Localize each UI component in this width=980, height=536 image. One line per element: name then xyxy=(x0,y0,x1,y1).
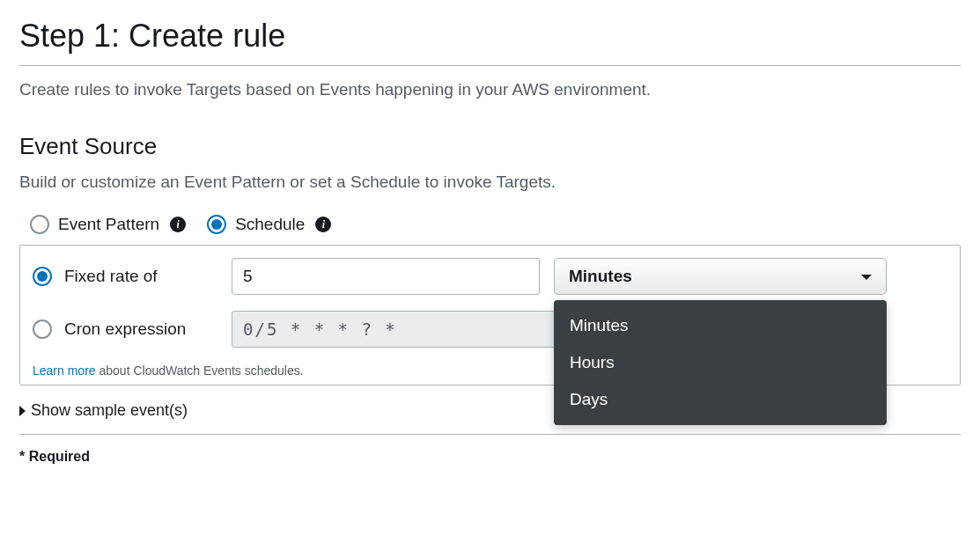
chevron-right-icon xyxy=(19,406,26,416)
learn-more-text: about CloudWatch Events schedules. xyxy=(96,363,304,378)
page-description: Create rules to invoke Targets based on … xyxy=(19,80,961,99)
unit-option-days[interactable]: Days xyxy=(554,381,887,418)
cron-option[interactable]: Cron expression xyxy=(33,319,217,339)
show-sample-events-label: Show sample event(s) xyxy=(31,401,188,420)
info-icon[interactable]: i xyxy=(170,217,186,232)
fixed-rate-label: Fixed rate of xyxy=(64,267,158,286)
radio-icon xyxy=(30,215,49,234)
fixed-rate-value-input[interactable] xyxy=(232,258,540,295)
fixed-rate-option[interactable]: Fixed rate of xyxy=(33,267,217,286)
separator xyxy=(19,434,961,435)
event-source-heading: Event Source xyxy=(19,133,961,160)
unit-option-hours[interactable]: Hours xyxy=(554,344,887,381)
schedule-config-box: Fixed rate of Minutes Minutes Hours Days… xyxy=(19,245,961,385)
info-icon[interactable]: i xyxy=(315,217,331,232)
event-pattern-option[interactable]: Event Pattern i xyxy=(30,215,186,234)
cron-label: Cron expression xyxy=(64,319,186,339)
required-note: * Required xyxy=(19,449,961,465)
radio-icon xyxy=(33,267,52,286)
event-source-description: Build or customize an Event Pattern or s… xyxy=(19,173,961,192)
event-pattern-label: Event Pattern xyxy=(58,215,159,234)
unit-dropdown-menu: Minutes Hours Days xyxy=(554,300,887,425)
fixed-rate-row: Fixed rate of Minutes Minutes Hours Days xyxy=(33,258,947,295)
radio-icon xyxy=(33,319,52,339)
radio-icon xyxy=(207,215,226,234)
unit-select-button[interactable]: Minutes xyxy=(554,258,887,295)
schedule-label: Schedule xyxy=(235,215,305,234)
learn-more-link[interactable]: Learn more xyxy=(33,363,96,378)
unit-option-minutes[interactable]: Minutes xyxy=(554,307,887,344)
page-title: Step 1: Create rule xyxy=(19,18,961,66)
event-source-mode-row: Event Pattern i Schedule i xyxy=(30,215,961,234)
fixed-rate-unit-select[interactable]: Minutes Minutes Hours Days xyxy=(554,258,887,295)
schedule-option[interactable]: Schedule i xyxy=(207,215,331,234)
